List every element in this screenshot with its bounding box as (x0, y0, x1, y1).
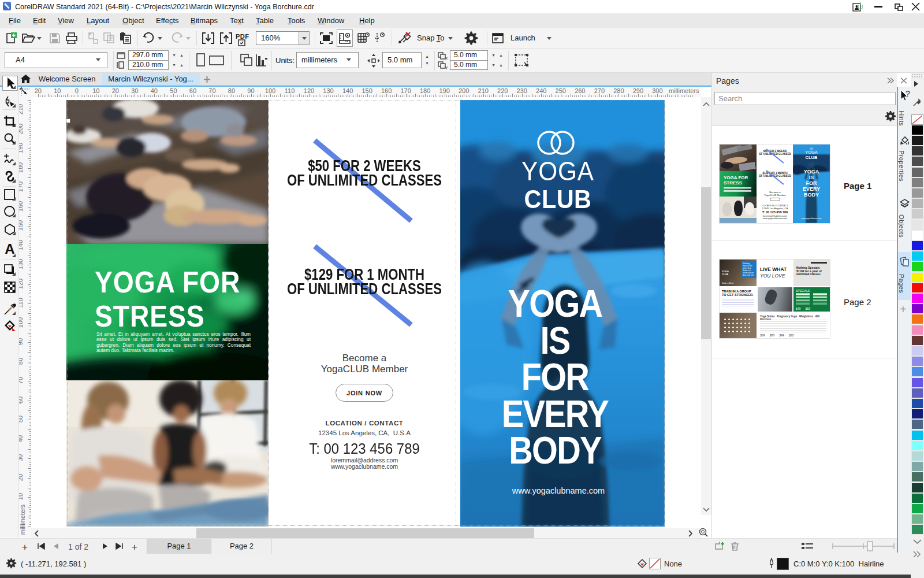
svg-text:y: y (445, 65, 448, 69)
svg-text:x: x (445, 55, 448, 60)
svg-text:?: ? (906, 90, 910, 98)
